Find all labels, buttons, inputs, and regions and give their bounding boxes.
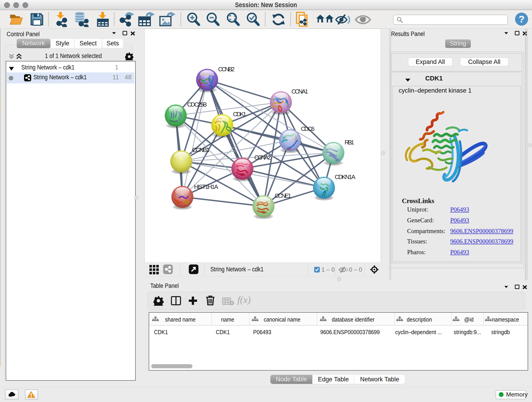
svg-text:CDC6: CDC6	[301, 125, 315, 132]
svg-text:CCNE1: CCNE1	[275, 192, 291, 199]
svg-text:CCNB2: CCNB2	[218, 66, 234, 73]
svg-text:CCNA2: CCNA2	[254, 154, 271, 161]
svg-text:CCNB1: CCNB1	[192, 147, 210, 153]
svg-text:CDK1: CDK1	[233, 111, 246, 118]
svg-text:HIST1H1A: HIST1H1A	[194, 183, 218, 190]
svg-text:CDC25B: CDC25B	[187, 101, 207, 108]
svg-text:RB1: RB1	[345, 139, 354, 146]
svg-text:CDKN1A: CDKN1A	[335, 173, 355, 180]
svg-text:CCNA1: CCNA1	[291, 88, 308, 95]
